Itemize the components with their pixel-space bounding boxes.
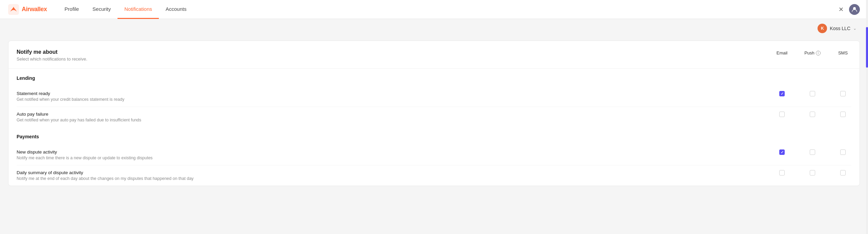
tab-notifications[interactable]: Notifications xyxy=(118,0,159,19)
email-checkbox-cell xyxy=(774,170,790,176)
notification-checkboxes: ✓ xyxy=(774,91,851,96)
logo[interactable]: Airwallex xyxy=(8,4,47,15)
push-checkbox-cell xyxy=(804,149,821,155)
chevron-down-icon: ⌄ xyxy=(853,26,856,31)
push-checkbox-statement[interactable] xyxy=(810,91,815,96)
email-checkbox-dispute[interactable]: ✓ xyxy=(779,149,785,155)
notifications-card: Notify me about Select which notificatio… xyxy=(8,41,860,186)
notify-columns: Email Push i SMS xyxy=(774,50,851,55)
section-lending: Lending Statement ready Get notified whe… xyxy=(8,69,860,127)
push-checkbox-daily[interactable] xyxy=(810,170,815,176)
push-checkbox-cell xyxy=(804,91,821,96)
push-checkbox-autopay[interactable] xyxy=(810,112,815,117)
notification-desc: Get notified when your credit balances s… xyxy=(17,97,774,102)
sms-checkbox-cell xyxy=(834,170,851,176)
company-avatar: K xyxy=(818,24,827,33)
email-checkbox-daily[interactable] xyxy=(779,170,785,176)
push-checkbox-dispute[interactable] xyxy=(810,149,815,155)
logo-text: Airwallex xyxy=(22,6,47,13)
sms-checkbox-cell xyxy=(834,112,851,117)
email-checkbox-statement[interactable]: ✓ xyxy=(779,91,785,96)
company-selector[interactable]: K Koss LLC ⌄ xyxy=(814,22,860,35)
company-name: Koss LLC xyxy=(830,26,850,31)
notification-desc: Notify me at the end of each day about t… xyxy=(17,176,774,181)
list-item: Auto pay failure Get notified when your … xyxy=(17,107,851,127)
push-info-icon[interactable]: i xyxy=(816,51,821,55)
notification-name: Daily summary of dispute activity xyxy=(17,170,774,175)
list-item: New dispute activity Notify me each time… xyxy=(17,145,851,165)
col-header-email: Email xyxy=(774,50,790,55)
notification-desc: Notify me each time there is a new dispu… xyxy=(17,156,774,160)
scrollbar-track xyxy=(866,0,868,186)
notify-title: Notify me about xyxy=(17,49,774,55)
close-button[interactable]: ✕ xyxy=(837,4,845,15)
notification-info: New dispute activity Notify me each time… xyxy=(17,149,774,160)
notification-info: Statement ready Get notified when your c… xyxy=(17,91,774,102)
nav-tabs: Profile Security Notifications Accounts xyxy=(58,0,837,19)
col-header-push: Push i xyxy=(804,50,821,55)
tab-security[interactable]: Security xyxy=(86,0,118,19)
email-checkbox-autopay[interactable] xyxy=(779,112,785,117)
section-payments-title: Payments xyxy=(17,134,851,139)
tab-accounts[interactable]: Accounts xyxy=(159,0,193,19)
sms-checkbox-statement[interactable] xyxy=(840,91,846,96)
sms-checkbox-cell xyxy=(834,91,851,96)
topbar: Airwallex Profile Security Notifications… xyxy=(0,0,868,19)
notification-info: Auto pay failure Get notified when your … xyxy=(17,112,774,122)
email-checkbox-cell: ✓ xyxy=(774,91,790,96)
notification-info: Daily summary of dispute activity Notify… xyxy=(17,170,774,181)
notify-header-left: Notify me about Select which notificatio… xyxy=(17,49,774,62)
email-checkbox-cell: ✓ xyxy=(774,149,790,155)
tab-profile[interactable]: Profile xyxy=(58,0,86,19)
notification-checkboxes xyxy=(774,112,851,117)
sms-checkbox-daily[interactable] xyxy=(840,170,846,176)
list-item: Daily summary of dispute activity Notify… xyxy=(17,165,851,186)
push-checkbox-cell xyxy=(804,112,821,117)
company-row: K Koss LLC ⌄ xyxy=(0,19,868,38)
notification-desc: Get notified when your auto pay has fail… xyxy=(17,118,774,122)
section-payments: Payments New dispute activity Notify me … xyxy=(8,127,860,186)
sms-checkbox-autopay[interactable] xyxy=(840,112,846,117)
sms-checkbox-cell xyxy=(834,149,851,155)
notification-name: New dispute activity xyxy=(17,149,774,155)
notification-checkboxes xyxy=(774,170,851,176)
notify-subtitle: Select which notifications to receive. xyxy=(17,56,774,62)
section-lending-title: Lending xyxy=(17,75,851,81)
scrollbar-thumb[interactable] xyxy=(866,27,868,68)
push-checkbox-cell xyxy=(804,170,821,176)
list-item: Statement ready Get notified when your c… xyxy=(17,86,851,107)
notification-checkboxes: ✓ xyxy=(774,149,851,155)
notification-name: Statement ready xyxy=(17,91,774,96)
notify-header: Notify me about Select which notificatio… xyxy=(8,41,860,69)
notification-name: Auto pay failure xyxy=(17,112,774,117)
email-checkbox-cell xyxy=(774,112,790,117)
topbar-right: ✕ xyxy=(837,4,860,15)
sms-checkbox-dispute[interactable] xyxy=(840,149,846,155)
col-header-sms: SMS xyxy=(834,50,851,55)
user-avatar[interactable] xyxy=(849,4,860,15)
